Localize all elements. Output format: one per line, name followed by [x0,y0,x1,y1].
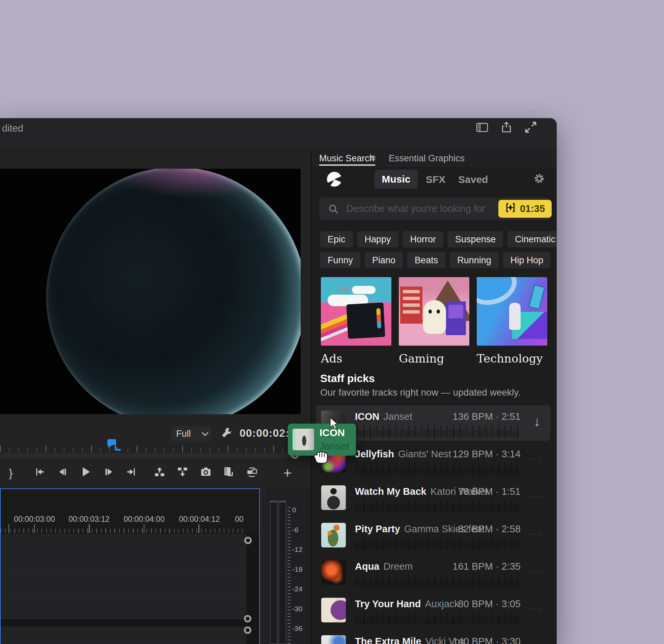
ruler-label: 00:00:03:12 [68,515,110,524]
waveform[interactable] [355,612,521,625]
go-to-in-icon [34,466,46,481]
tab-music-search[interactable]: Music Search [319,153,374,164]
nav-saved-button[interactable]: Saved [458,174,488,185]
panel-menu-icon[interactable]: ≡ [370,152,376,164]
go-to-in-button[interactable] [33,466,46,480]
plus-icon: + [284,465,292,481]
nav-music-label: Music [381,174,410,185]
step-forward-button[interactable] [102,466,116,480]
button-editor-button[interactable]: + [281,466,294,480]
tag-beats[interactable]: Beats [407,252,445,268]
extract-button[interactable] [176,466,189,480]
tag-piano[interactable]: Piano [365,252,403,268]
meter-label: -30 [292,605,302,613]
seek-ruler[interactable] [0,440,300,452]
desktop: dited [0,0,664,644]
timeline-ruler[interactable] [1,524,246,533]
tv-shape [346,302,385,339]
download-icon[interactable]: ↓ [534,415,540,429]
timeline-panel[interactable]: 00:00:03:00 00:00:03:12 00:00:04:00 00:0… [0,488,260,644]
fullscreen-button[interactable] [524,121,537,134]
gaming-card-image [399,277,469,346]
workspace-panel-button[interactable] [476,121,489,134]
track-row[interactable]: Try Your HandAuxjack 80 BPM·3:05 ··· [316,592,550,628]
category-card-gaming[interactable]: Gaming [399,277,469,365]
more-icon[interactable]: ··· [530,490,542,502]
track-resize-handle[interactable] [244,615,251,622]
meter-label: -36 [292,624,302,632]
mark-out-button[interactable]: } [4,466,18,480]
play-button[interactable] [79,466,92,480]
album-art[interactable] [321,560,346,585]
panel-tabstrip: Music Search ≡ Essential Graphics [312,150,557,166]
meter-label: -12 [292,545,302,554]
tag-running[interactable]: Running [450,252,499,268]
waveform[interactable] [355,500,521,512]
tag-funny[interactable]: Funny [320,252,360,268]
track-row[interactable]: The Extra MileVicki Vox 140 BPM·3:30 [316,630,550,644]
epidemic-sound-logo [326,171,343,189]
meter-ticks [288,507,291,644]
tag-happy[interactable]: Happy [357,231,398,247]
track-row[interactable]: Watch My BackKatori Walker 78 BPM·1:51 ·… [316,480,550,516]
tag-horror[interactable]: Horror [403,231,444,247]
search-bar[interactable]: Describe what you're looking for 01:35 [319,198,550,220]
video-track[interactable] [1,534,246,575]
comparison-view-button[interactable] [245,466,259,480]
meter-label: -24 [292,585,302,593]
match-length-button[interactable]: 01:35 [498,200,552,218]
seek-scrollbar[interactable] [0,453,300,458]
project-title: dited [2,123,23,134]
search-icon [328,203,339,216]
tag-hip-hop[interactable]: Hip Hop [503,252,551,268]
audio-track[interactable] [1,597,246,619]
waveform[interactable] [355,575,521,587]
tag-suspense[interactable]: Suspense [448,231,503,247]
more-icon[interactable]: ··· [530,527,542,539]
track-title: The Extra Mile [355,636,421,644]
album-art[interactable] [321,598,346,622]
waveform[interactable] [355,538,521,550]
more-icon[interactable]: ··· [530,565,542,577]
tab-essential-graphics[interactable]: Essential Graphics [389,153,464,164]
category-card-ads[interactable]: Ads [321,277,391,365]
staff-picks-subtitle: Our favorite tracks right now — updated … [320,387,521,398]
track-resize-handle[interactable] [244,626,251,634]
album-art[interactable] [321,485,346,510]
meter-channel-right [278,502,286,644]
audio-track[interactable] [1,627,246,644]
tag-epic[interactable]: Epic [320,231,353,247]
insert-button[interactable] [222,466,235,480]
lift-button[interactable] [153,466,166,480]
monitor-settings-button[interactable] [220,426,233,441]
track-row[interactable]: AquaDreem 161 BPM·2:35 ··· [316,555,550,591]
step-back-button[interactable] [56,466,69,480]
more-icon[interactable]: ··· [530,452,542,464]
waveform[interactable] [355,425,521,438]
track-duration: 1:51 [502,486,521,497]
audio-track[interactable] [1,575,246,597]
ruler-label: 00:00:03:00 [14,515,55,524]
track-title: Pity Party [355,523,400,534]
track-row[interactable]: Pity PartyGamma Skies feat... 82 BPM·2:5… [316,518,550,553]
share-button[interactable] [500,121,513,134]
nav-music-button[interactable]: Music [374,170,418,189]
album-art[interactable] [321,635,346,644]
go-to-out-button[interactable] [125,466,138,480]
export-frame-button[interactable] [199,466,212,480]
waveform[interactable] [355,463,521,475]
track-bpm: 80 BPM [458,599,493,609]
track-resize-handle[interactable] [244,537,252,544]
more-icon[interactable]: ··· [530,603,542,614]
tag-cinematic[interactable]: Cinematic [507,231,557,247]
nav-sfx-button[interactable]: SFX [426,174,445,185]
track-bpm: 136 BPM [453,411,493,422]
settings-button[interactable] [533,172,546,187]
album-art[interactable] [321,523,346,547]
meta-separator: · [496,448,499,459]
category-card-technology[interactable]: Technology [477,277,547,365]
track-duration: 3:30 [502,636,521,644]
titlebar: dited [0,118,557,150]
meter-label: -6 [292,526,298,534]
zoom-level-value: Full [176,429,191,439]
